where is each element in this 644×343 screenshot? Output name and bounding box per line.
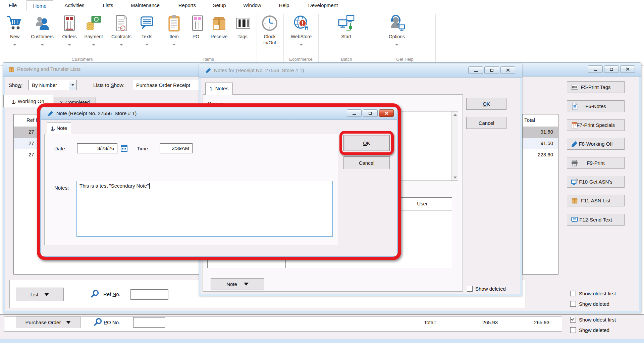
total-label: Total: bbox=[424, 320, 436, 325]
scroll-down-button[interactable] bbox=[452, 174, 458, 181]
start-network-icon bbox=[337, 28, 355, 33]
f6-notes-button[interactable]: F6-Notes bbox=[567, 100, 625, 112]
toolbar-new-button[interactable]: New bbox=[5, 14, 25, 46]
toolbar-options-button[interactable]: Options bbox=[385, 14, 409, 46]
f7-print-specials-button[interactable]: F7-Print Specials bbox=[567, 119, 625, 131]
toolbar-item-button[interactable]: Item bbox=[165, 14, 183, 46]
toolbar-po-button[interactable]: PO bbox=[189, 14, 203, 40]
notes-ok-button[interactable]: OK bbox=[466, 98, 506, 110]
user-column-header[interactable]: User bbox=[393, 201, 452, 206]
toolbar-receive-button[interactable]: Receive bbox=[207, 14, 231, 40]
toolbar-webstore-button[interactable]: WebStore bbox=[288, 14, 315, 46]
show-deleted-checkbox[interactable] bbox=[570, 327, 576, 333]
show-deleted-label: Show deleted bbox=[579, 301, 609, 307]
toolbar-payment-button[interactable]: Payment bbox=[81, 14, 106, 46]
chevron-down-icon bbox=[300, 44, 303, 46]
menu-development[interactable]: Development bbox=[304, 0, 342, 11]
ribbon-group-gethelp: Get Help bbox=[371, 57, 438, 62]
date-input[interactable]: 3/23/26 bbox=[77, 143, 117, 153]
restore-button[interactable] bbox=[604, 65, 619, 73]
clipboard-icon bbox=[165, 28, 183, 33]
lists-to-show-label: Lists to Show: bbox=[93, 82, 124, 88]
po-no-input[interactable] bbox=[133, 317, 165, 328]
show-deleted-label: Show deleted bbox=[579, 327, 609, 333]
scroll-up-button[interactable] bbox=[452, 111, 458, 118]
chevron-down-icon bbox=[66, 321, 71, 324]
f9-print-button[interactable]: F9-Print bbox=[567, 157, 625, 169]
menu-window[interactable]: Window bbox=[239, 0, 265, 11]
ribbon-toolbar: New Customers Orders Payment Contracts bbox=[0, 11, 644, 66]
webstore-globe-icon bbox=[292, 28, 310, 33]
monitor-signal-icon bbox=[571, 178, 578, 187]
menu-lists[interactable]: Lists bbox=[98, 0, 118, 11]
minimize-button[interactable] bbox=[468, 66, 483, 74]
search-icon bbox=[94, 317, 102, 328]
total-value-2: 265.93 bbox=[509, 320, 549, 325]
scrollbar[interactable] bbox=[451, 111, 458, 181]
close-button[interactable] bbox=[500, 66, 515, 74]
f12-send-text-button[interactable]: F12-Send Text bbox=[567, 214, 625, 226]
show-oldest-first-label: Show oldest first bbox=[579, 291, 616, 296]
note-menu-button[interactable]: Note bbox=[211, 278, 264, 290]
note-dialog-title: Note (Receipt No. 27556 Store # 1) bbox=[56, 110, 137, 116]
barcode-icon bbox=[571, 84, 578, 92]
search-icon bbox=[91, 289, 99, 299]
toolbar-texts-button[interactable]: Texts bbox=[138, 14, 156, 46]
minimize-button[interactable] bbox=[588, 65, 603, 73]
note-ok-button[interactable]: OK bbox=[343, 135, 390, 151]
time-input[interactable]: 3:39AM bbox=[160, 143, 193, 153]
main-window-title: Receiving and Transfer Lists bbox=[17, 66, 80, 72]
show-by-select[interactable]: By Number bbox=[29, 80, 77, 90]
note-dialog-titlebar: Note (Receipt No. 27556 Store # 1) bbox=[41, 107, 397, 120]
minimize-button[interactable] bbox=[347, 109, 362, 117]
toolbar-tags-button[interactable]: Tags bbox=[234, 14, 251, 40]
f8-working-off-button[interactable]: F8-Working Off bbox=[567, 138, 625, 150]
close-button[interactable] bbox=[620, 65, 635, 73]
tab-completed[interactable]: 2. Completed bbox=[54, 97, 96, 107]
menu-activities[interactable]: Activities bbox=[60, 0, 89, 11]
menu-maintenance[interactable]: Maintenance bbox=[126, 0, 164, 11]
application-screen: File Home Activities Lists Maintenance R… bbox=[0, 0, 644, 343]
toolbar-clock-inout-button[interactable]: Clock In/Out bbox=[259, 14, 280, 46]
menu-file[interactable]: File bbox=[5, 0, 21, 11]
toolbar-orders-button[interactable]: Orders bbox=[59, 14, 80, 46]
menu-setup[interactable]: Setup bbox=[209, 0, 229, 11]
tab-notes[interactable]: 1. Notes bbox=[205, 83, 233, 95]
document-icon bbox=[571, 103, 578, 111]
tab-working-on[interactable]: 1. Working On bbox=[3, 95, 53, 107]
notes-show-deleted-checkbox[interactable] bbox=[467, 286, 473, 292]
specials-sheet-icon bbox=[571, 121, 578, 130]
tab-note[interactable]: 1. Note bbox=[47, 122, 71, 134]
chevron-down-icon[interactable] bbox=[69, 81, 76, 90]
show-oldest-first-label: Show oldest first bbox=[579, 317, 616, 323]
notes-cancel-button[interactable]: Cancel bbox=[466, 117, 506, 129]
ribbon-group-batch: Batch bbox=[313, 57, 380, 62]
date-label: Date: bbox=[54, 146, 66, 151]
toolbar-start-button[interactable]: Start bbox=[335, 14, 357, 40]
show-deleted-checkbox[interactable] bbox=[570, 301, 576, 307]
close-button[interactable] bbox=[379, 109, 394, 117]
menu-help[interactable]: Help bbox=[276, 0, 292, 11]
list-menu-button[interactable]: List bbox=[16, 288, 64, 301]
toolbar-contracts-button[interactable]: Contracts bbox=[108, 14, 135, 46]
note-cancel-button[interactable]: Cancel bbox=[343, 156, 390, 169]
f10-get-asns-button[interactable]: F10-Get ASN's bbox=[567, 176, 625, 188]
restore-icon bbox=[490, 69, 493, 72]
f11-asn-list-button[interactable]: F11-ASN List bbox=[567, 195, 625, 206]
receive-box-icon bbox=[210, 28, 228, 33]
restore-button[interactable] bbox=[363, 109, 378, 117]
purchase-order-menu-button[interactable]: Purchase Order bbox=[16, 316, 80, 328]
note-text-area[interactable]: This is a test "Secondary Note" bbox=[76, 181, 333, 237]
menu-reports[interactable]: Reports bbox=[174, 0, 200, 11]
f5-print-tags-button[interactable]: F5-Print Tags bbox=[567, 81, 625, 93]
show-oldest-first-checkbox-checked[interactable] bbox=[570, 317, 576, 323]
menu-home[interactable]: Home bbox=[26, 0, 53, 11]
chevron-up-icon bbox=[453, 114, 457, 116]
show-oldest-first-checkbox[interactable] bbox=[570, 291, 576, 296]
calendar-icon[interactable] bbox=[120, 145, 128, 153]
ref-no-input[interactable] bbox=[130, 289, 168, 300]
toolbar-customers-button[interactable]: Customers bbox=[27, 14, 58, 46]
restore-button[interactable] bbox=[484, 66, 499, 74]
orders-icon bbox=[60, 28, 78, 33]
ribbon-group-items: Items bbox=[175, 57, 242, 62]
